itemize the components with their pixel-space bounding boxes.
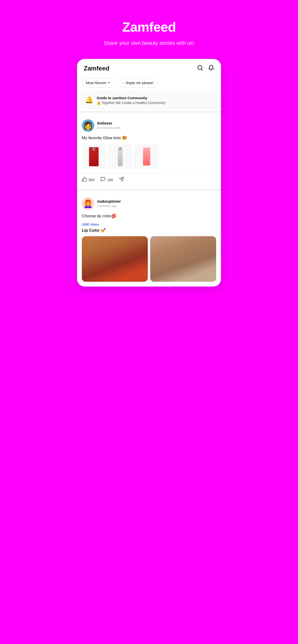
lip-red-overlay [82,236,148,282]
votes-count: 1000 Votes [82,222,216,226]
post-meta-2: makeuplover 2 minutes ago [97,199,216,208]
divider-2 [77,189,221,191]
app-card: Zamfeed Most Recent ▼ ✓ Reply me [77,59,221,287]
product-tint-2 [118,147,123,166]
sort-filter-label: Most Recent [86,81,106,85]
post-header-1: 👩 tintlover in a few seconds [82,119,216,132]
hero-subtitle: Share your own beauty stories with us! [7,40,291,47]
username-2[interactable]: makeuplover [97,199,216,204]
product-image-2[interactable] [108,145,132,169]
username-1[interactable]: tintlover [97,121,216,126]
product-tint-1 [89,147,99,166]
lip-poll-images [82,236,216,286]
banner-title: Guide to zamface Community [97,96,213,100]
like-count-1: 500 [89,178,95,182]
banner-subtitle: ⚠️ Together We Create a Healthy Communit… [97,101,213,105]
post-card-2: 👩‍🦰 makeuplover 2 minutes ago Choose lip… [77,192,221,287]
avatar-tintlover[interactable]: 👩 [82,119,94,132]
makeuplover-avatar-img: 👩‍🦰 [83,200,93,208]
post-card-1: 👩 tintlover in a few seconds My favorite… [77,114,221,187]
svg-line-1 [201,69,203,70]
product-images [82,145,216,169]
product-image-1[interactable] [82,145,106,169]
share-button-1[interactable] [119,176,124,183]
header-icons [197,65,214,72]
avatar-makeuplover[interactable]: 👩‍🦰 [82,198,94,210]
community-banner[interactable]: 🔔 Guide to zamface Community ⚠️ Together… [81,91,217,109]
tintlover-avatar-img: 👩 [83,122,93,130]
product-image-3[interactable] [135,145,159,169]
app-header: Zamfeed [77,59,221,76]
reply-filter-label: Reply me please! [126,81,154,85]
sort-filter-button[interactable]: Most Recent ▼ [82,78,114,88]
post-time-1: in a few seconds [97,126,216,130]
like-icon [82,176,87,183]
filter-bar: Most Recent ▼ ✓ Reply me please! [77,76,221,91]
post-header-2: 👩‍🦰 makeuplover 2 minutes ago [82,198,216,210]
post-meta-1: tintlover in a few seconds [97,121,216,130]
search-icon[interactable] [197,65,203,72]
banner-text: Guide to zamface Community ⚠️ Together W… [97,96,213,105]
lip-option-nude[interactable] [150,236,216,282]
check-icon: ✓ [121,81,124,84]
share-icon [119,176,124,183]
hero-title: Zamfeed [7,19,291,35]
lip-option-red[interactable] [82,236,148,282]
reply-filter-button[interactable]: ✓ Reply me please! [117,78,158,88]
comment-icon [100,176,106,183]
post-content-1: My favorite Glow tints 😍 [82,135,216,141]
post-content-2: Choose lip color💋 [82,213,216,219]
chevron-down-icon: ▼ [107,81,110,84]
hero-section: Zamfeed Share your own beauty stories wi… [0,0,298,59]
comment-button-1[interactable]: 190 [100,176,113,183]
lip-nude-overlay [150,236,216,282]
notification-icon[interactable] [208,65,214,72]
like-button-1[interactable]: 500 [82,176,95,183]
comment-count-1: 190 [107,178,113,182]
app-logo: Zamfeed [84,65,109,72]
post-time-2: 2 minutes ago [97,204,216,208]
bell-icon: 🔔 [85,96,93,104]
post-actions-1: 500 190 [82,173,216,187]
poll-title: Lip Color 💅 [82,228,216,233]
product-tint-3 [143,148,150,166]
divider [77,111,221,112]
